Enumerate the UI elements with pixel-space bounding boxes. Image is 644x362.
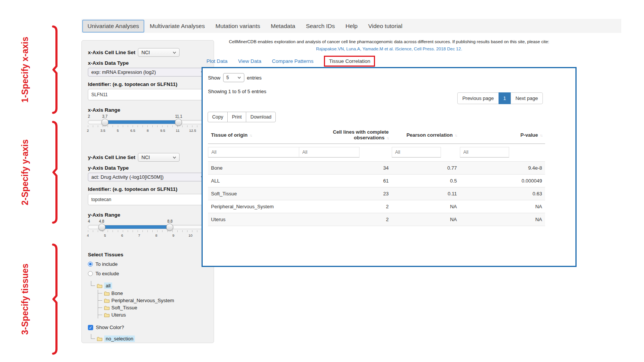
tree-item-uterus[interactable]: Uterus	[98, 311, 208, 318]
sort-icon[interactable]: ↑↓	[455, 133, 457, 137]
filter-input-p-value[interactable]	[460, 147, 509, 158]
slider-tick-label: 5	[104, 233, 106, 237]
page-number-button[interactable]: 1	[499, 92, 511, 104]
slider-handle-low[interactable]	[102, 119, 109, 126]
annotation-specify-tissues: 3-Specify tissues	[22, 243, 60, 355]
next-page-button[interactable]: Next page	[511, 92, 543, 104]
y-axis-identifier-input[interactable]	[88, 194, 208, 205]
table-row[interactable]: Soft_Tissue 23 0.11 0.63	[208, 187, 545, 200]
y-axis-range-slider[interactable]: 4 4.8 8.8 11 4567891011	[88, 219, 208, 242]
radio-button-selected[interactable]	[88, 262, 93, 267]
annotation-label: 3-Specify tissues	[20, 264, 30, 335]
x-axis-cell-line-set-select[interactable]: NCI	[138, 48, 180, 57]
slider-high-value: 8.8	[167, 219, 173, 223]
folder-icon	[104, 313, 109, 317]
y-axis-data-type-select[interactable]: act: Drug Activity (-log10[IC50M])	[88, 173, 208, 181]
tree-item-no-selection[interactable]: no_selection	[90, 335, 208, 343]
previous-page-button[interactable]: Previous page	[457, 92, 499, 104]
table-row[interactable]: Bone 34 0.77 9.4e-8	[208, 162, 545, 175]
nav-tab-multivariate-analyses[interactable]: Multivariate Analyses	[144, 20, 210, 33]
nav-tab-help[interactable]: Help	[340, 20, 363, 33]
slider-fill	[102, 225, 170, 229]
tab-compare-patterns[interactable]: Compare Patterns	[272, 58, 314, 64]
table-row[interactable]: Uterus 2 NA NA	[208, 213, 545, 226]
slider-track[interactable]	[88, 225, 208, 229]
y-axis-cell-line-set-value: NCI	[141, 154, 150, 160]
show-label: Show	[208, 75, 220, 81]
analysis-subtabs: Plot Data View Data Compare Patterns Tis…	[206, 57, 577, 65]
tree-item-bone[interactable]: Bone	[98, 290, 208, 297]
tree-label: Bone	[111, 290, 123, 296]
tree-label: all	[104, 282, 112, 289]
nav-tab-metadata[interactable]: Metadata	[266, 20, 301, 33]
slider-low-value: 4.8	[99, 219, 104, 223]
citation-link[interactable]: Rajapakse.VN, Luna.A, Yamade.M et al. iS…	[202, 47, 577, 51]
filter-input-pearson[interactable]	[392, 147, 441, 158]
tree-item-all[interactable]: all	[90, 282, 208, 290]
download-button[interactable]: Download	[246, 112, 276, 122]
slider-handle-high[interactable]	[166, 223, 174, 231]
tree-item-soft-tissue[interactable]: Soft_Tissue	[98, 304, 208, 311]
y-axis-data-type-value: act: Drug Activity (-log10[IC50M])	[91, 174, 164, 180]
folder-icon	[104, 306, 109, 310]
chevron-down-icon	[173, 51, 176, 54]
x-axis-data-type-label: x-Axis Data Type	[88, 60, 208, 66]
copy-button[interactable]: Copy	[208, 112, 228, 122]
table-row[interactable]: Peripheral_Nervous_System 2 NA NA	[208, 200, 545, 213]
slider-tick-label: 8	[147, 128, 148, 133]
y-axis-cell-line-set-select[interactable]: NCI	[138, 153, 180, 162]
slider-handle-low[interactable]	[98, 223, 105, 231]
radio-button[interactable]	[88, 271, 93, 276]
column-header-cell-lines[interactable]: Cell lines with complete observations↑↓	[299, 126, 392, 144]
tab-view-data[interactable]: View Data	[238, 58, 261, 64]
sort-icon[interactable]: ↑↓	[250, 133, 252, 137]
column-header-p-value[interactable]: P-value↑↓	[460, 126, 545, 144]
chevron-down-icon	[173, 156, 176, 159]
filter-input-cell-lines[interactable]	[299, 147, 360, 158]
folder-icon	[97, 284, 102, 288]
slider-tick-label: 12.5	[189, 128, 196, 133]
checkbox-checked[interactable]: ✓	[88, 325, 93, 330]
slider-handle-high[interactable]	[175, 119, 182, 126]
print-button[interactable]: Print	[227, 112, 246, 122]
nav-tab-video-tutorial[interactable]: Video tutorial	[363, 20, 408, 33]
x-axis-data-type-select[interactable]: exp: mRNA Expression (log2)	[88, 68, 208, 76]
nav-tab-mutation-variants[interactable]: Mutation variants	[210, 20, 266, 33]
y-axis-cell-line-set-label: y-Axis Cell Line Set	[88, 154, 135, 160]
show-color-checkbox-row[interactable]: ✓ Show Color?	[88, 325, 208, 330]
tree-item-peripheral-nervous-system[interactable]: Peripheral_Nervous_System	[98, 297, 208, 304]
x-axis-cell-line-set-label: x-Axis Cell Line Set	[88, 50, 135, 55]
column-header-pearson-correlation[interactable]: Pearson correlation↑↓	[392, 126, 460, 144]
sort-icon[interactable]: ↑↓	[540, 133, 542, 137]
nav-tab-search-ids[interactable]: Search IDs	[300, 20, 340, 33]
slider-track[interactable]	[88, 120, 208, 124]
red-brace	[50, 120, 60, 224]
radio-to-include[interactable]: To include	[88, 261, 208, 267]
tree-label: Soft_Tissue	[111, 305, 137, 311]
entries-value: 5	[227, 75, 229, 80]
x-axis-range-slider[interactable]: 2 3.7 11.1 14 23.556.589.51112.514	[88, 114, 208, 137]
radio-to-exclude[interactable]: To exclude	[88, 271, 208, 276]
slider-tick-label: 2	[87, 128, 89, 133]
tree-label: no_selection	[104, 335, 135, 342]
x-axis-data-type-value: exp: mRNA Expression (log2)	[91, 69, 156, 75]
x-axis-identifier-input[interactable]	[88, 89, 208, 100]
slider-high-value: 11.1	[175, 114, 182, 119]
column-header-tissue-of-origin[interactable]: Tissue of origin↑↓	[208, 126, 299, 144]
filter-input-tissue[interactable]	[208, 147, 303, 158]
slider-tick-label: 11	[176, 128, 180, 133]
x-axis-identifier-label: Identifier: (e.g. topotecan or SLFN11)	[88, 81, 208, 87]
tissue-tree: all Bone Peripheral_Nervous_System Soft_…	[90, 282, 208, 318]
sort-icon[interactable]: ↑↓	[386, 136, 389, 140]
nav-tab-univariate-analyses[interactable]: Univariate Analyses	[82, 20, 144, 33]
x-axis-cell-line-set-value: NCI	[141, 50, 150, 55]
entries-per-page-select[interactable]: 5	[223, 73, 244, 82]
table-row[interactable]: ALL 61 0.5 0.000049	[208, 175, 545, 187]
slider-tick-label: 4	[87, 233, 89, 237]
folder-icon	[104, 298, 109, 303]
slider-tick-label: 3.5	[100, 128, 105, 133]
tab-tissue-correlation[interactable]: Tissue Correlation	[324, 56, 375, 67]
slider-min-label: 2	[88, 114, 90, 119]
tab-plot-data[interactable]: Plot Data	[206, 58, 228, 64]
tissue-correlation-panel: Show 5 entries Showing 1 to 5 of 5 entri…	[202, 67, 577, 267]
